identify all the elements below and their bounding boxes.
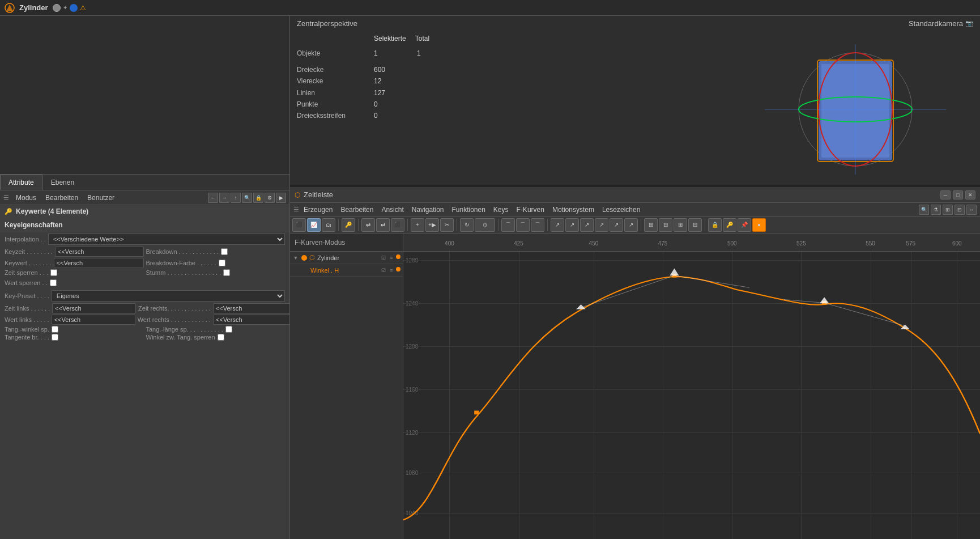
wertsperren-label: Wert sperren . .	[5, 279, 48, 286]
expand-btn[interactable]: ▶	[276, 193, 286, 203]
search-btn[interactable]: 🔍	[242, 193, 252, 203]
tl-lesezeichen[interactable]: Lesezeichen	[599, 205, 644, 215]
tl-tool6[interactable]: ⇄	[376, 218, 390, 232]
tl-easing1[interactable]: ↗	[551, 218, 564, 232]
tl-misc4[interactable]: ⊟	[688, 218, 702, 232]
stumm-checkbox[interactable]	[223, 269, 230, 276]
menu-modus[interactable]: Modus	[14, 193, 39, 202]
tanglaenge-checkbox[interactable]	[225, 326, 232, 333]
nav-up[interactable]: ↑	[231, 193, 241, 203]
tl-motionsystem[interactable]: Motionsystem	[549, 205, 598, 215]
tab-attribute[interactable]: Attribute	[0, 175, 42, 190]
window-controls: ─ □ ✕	[940, 190, 975, 200]
icon1	[53, 4, 61, 12]
wertrechts-input[interactable]	[213, 315, 289, 325]
tl-tool3[interactable]: 🗂	[322, 218, 335, 232]
tl-curve1[interactable]: ⌒	[501, 218, 515, 232]
curve-area: 1280 1240 1200 1160 1120 1080 1040	[403, 252, 980, 539]
tl-icon3[interactable]: ↔	[966, 205, 977, 215]
keypreset-select[interactable]: Eigenes	[52, 290, 285, 302]
breakdown-checkbox[interactable]	[221, 248, 228, 255]
track-winkelh[interactable]: Winkel . H ☑ ≡	[290, 264, 403, 277]
tl-add-key2[interactable]: +▶	[425, 218, 439, 232]
track-list-zylinder[interactable]: ≡	[388, 254, 395, 261]
tl-filter-btn[interactable]: ⚗	[931, 205, 941, 215]
tl-bearbeiten[interactable]: Bearbeiten	[337, 205, 377, 215]
wertlinks-input[interactable]	[52, 315, 135, 325]
minimize-btn[interactable]: ─	[940, 190, 951, 200]
tl-lock2[interactable]: 🔑	[723, 218, 736, 232]
tl-tool2[interactable]: 📈	[307, 218, 321, 232]
nav-forward[interactable]: →	[219, 193, 229, 203]
track-list-winkelh[interactable]: ≡	[388, 267, 395, 274]
stat-objekte: Objekte 1 1	[297, 48, 429, 59]
keyzeit-col: Keyzeit . . . . . . . . <<Versch	[5, 247, 144, 257]
tl-icon1[interactable]: ⊞	[943, 205, 953, 215]
menu-bearbeiten[interactable]: Bearbeiten	[43, 193, 80, 202]
winkelzw-checkbox[interactable]	[218, 334, 224, 341]
tl-misc3[interactable]: ⊞	[674, 218, 687, 232]
track-icons-zylinder: ☑ ≡	[380, 254, 400, 261]
tl-pin[interactable]: 📌	[738, 218, 751, 232]
tl-del-key[interactable]: ✂	[440, 218, 454, 232]
tl-frame-input[interactable]: 0	[475, 218, 495, 232]
track-expand-zylinder[interactable]: ▼	[292, 254, 299, 261]
tl-curve3[interactable]: ⌒	[531, 218, 544, 232]
attr-menu-bar: ☰ Modus Bearbeiten Benutzer ← → ↑ 🔍 🔒 ⚙ …	[0, 190, 289, 205]
tl-tool7[interactable]: ⬛	[391, 218, 404, 232]
zeitsperren-label: Zeit sperren . . .	[5, 269, 48, 276]
tl-tool1[interactable]: ⬛	[292, 218, 306, 232]
close-btn[interactable]: ✕	[965, 190, 975, 200]
tl-easing6[interactable]: ↗	[624, 218, 638, 232]
tl-fkurven[interactable]: F-Kurven	[513, 205, 548, 215]
tl-tool5[interactable]: ⇄	[361, 218, 375, 232]
tl-easing5[interactable]: ↗	[610, 218, 623, 232]
zeitsperren-col: Zeit sperren . . .	[5, 269, 144, 276]
tl-funktionen[interactable]: Funktionen	[448, 205, 488, 215]
tangwinkel-checkbox[interactable]	[52, 326, 58, 333]
tl-rot[interactable]: ↻	[460, 218, 474, 232]
tl-easing3[interactable]: ↗	[580, 218, 594, 232]
tangbr-label: Tangente br. . . .	[5, 334, 49, 341]
tl-keys[interactable]: Keys	[490, 205, 512, 215]
tl-search-btn[interactable]: 🔍	[919, 205, 929, 215]
tangwinkel-label: Tang.-winkel sp.	[5, 326, 49, 333]
interpolation-select[interactable]: <<Verschiedene Werte>>	[48, 234, 285, 245]
wertsperren-checkbox[interactable]	[50, 279, 57, 286]
track-zylinder[interactable]: ▼ ⬡ Zylinder ☑ ≡	[290, 252, 403, 264]
keywert-input[interactable]	[54, 258, 144, 268]
tl-add-key[interactable]: +	[411, 218, 424, 232]
warning-icon: ⚠	[80, 4, 86, 12]
maximize-btn[interactable]: □	[953, 190, 963, 200]
tab-ebenen[interactable]: Ebenen	[42, 175, 83, 190]
zeitrechts-input[interactable]	[213, 303, 289, 313]
tl-curve2[interactable]: ⌒	[516, 218, 530, 232]
zeitrechts-col: Zeit rechts. . . . . . . . . . . . .	[138, 303, 289, 313]
keypreset-label: Key-Preset . . . .	[5, 292, 49, 299]
tl-easing2[interactable]: ↗	[565, 218, 579, 232]
tl-misc2[interactable]: ⊟	[659, 218, 672, 232]
tl-tool4[interactable]: 🔑	[342, 218, 355, 232]
settings-btn[interactable]: ⚙	[265, 193, 275, 203]
bdf-checkbox[interactable]	[219, 260, 225, 266]
keywert-col: Keywert . . . . . . .	[5, 258, 144, 268]
nav-back[interactable]: ←	[208, 193, 218, 203]
tl-misc1[interactable]: ⊞	[644, 218, 658, 232]
tl-icon2[interactable]: ⊟	[955, 205, 965, 215]
tl-navigation[interactable]: Navigation	[408, 205, 448, 215]
lock-btn[interactable]: 🔒	[253, 193, 263, 203]
tl-erzeugen[interactable]: Erzeugen	[300, 205, 336, 215]
tl-highlight[interactable]: ●	[752, 218, 766, 232]
menu-benutzer[interactable]: Benutzer	[85, 193, 117, 202]
track-expand-winkelh[interactable]	[301, 267, 308, 274]
track-check-winkelh[interactable]: ☑	[380, 267, 387, 274]
tangbr-checkbox[interactable]	[52, 334, 58, 341]
tl-sep2	[358, 219, 359, 231]
track-check-zylinder[interactable]: ☑	[380, 254, 387, 261]
zeitsperren-checkbox[interactable]	[50, 269, 57, 276]
tl-ansicht[interactable]: Ansicht	[378, 205, 407, 215]
zeitlinks-input[interactable]	[52, 303, 136, 313]
tl-lock1[interactable]: 🔒	[708, 218, 722, 232]
tl-easing4[interactable]: ↗	[595, 218, 608, 232]
keyzeit-input[interactable]: <<Versch	[55, 247, 144, 257]
